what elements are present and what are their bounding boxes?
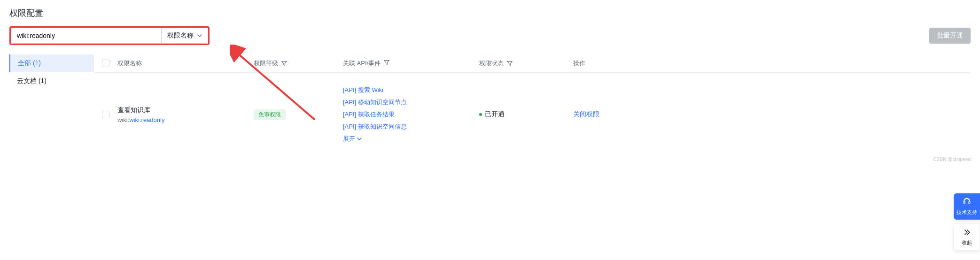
api-link[interactable]: [API] 移动知识空间节点 [343, 98, 407, 107]
select-all-checkbox[interactable] [102, 60, 109, 67]
permission-title: 查看知识库 [117, 106, 246, 115]
search-input[interactable] [11, 28, 161, 44]
filter-icon[interactable] [383, 59, 390, 66]
row-checkbox[interactable] [102, 111, 109, 118]
api-link[interactable]: [API] 获取任务结果 [343, 110, 407, 119]
table-row: 查看知识库 wiki:wiki:readonly 免审权限 [API] 搜索 W… [94, 73, 971, 156]
api-link[interactable]: [API] 获取知识空间信息 [343, 122, 407, 131]
batch-open-button[interactable]: 批量开通 [929, 28, 971, 44]
search-group: 权限名称 [9, 26, 210, 45]
expand-button[interactable]: 展开 [343, 135, 407, 143]
chevron-down-icon [357, 137, 362, 141]
page-title: 权限配置 [9, 8, 971, 19]
table-header: 权限名称 权限等级 关联 API/事件 权限状态 [94, 54, 971, 73]
permission-code: wiki:wiki:readonly [117, 116, 246, 123]
status-dot-icon [479, 113, 482, 116]
header-action: 操作 [573, 59, 971, 68]
watermark: CSDN @shopeeai [933, 157, 972, 162]
header-level: 权限等级 [254, 59, 278, 68]
permissions-table: 权限名称 权限等级 关联 API/事件 权限状态 [94, 54, 971, 156]
sidebar-item-docs[interactable]: 云文档 (1) [9, 72, 94, 90]
header-status: 权限状态 [479, 59, 504, 68]
sidebar: 全部 (1) 云文档 (1) [9, 54, 94, 156]
chevron-down-icon [197, 33, 202, 38]
api-link[interactable]: [API] 搜索 Wiki [343, 86, 407, 94]
filter-icon[interactable] [281, 60, 288, 67]
header-api: 关联 API/事件 [343, 59, 381, 68]
search-type-label: 权限名称 [167, 31, 194, 40]
search-type-select[interactable]: 权限名称 [161, 28, 208, 44]
level-badge: 免审权限 [254, 109, 286, 120]
close-permission-link[interactable]: 关闭权限 [573, 110, 599, 118]
sidebar-item-all[interactable]: 全部 (1) [9, 54, 94, 72]
status-text: 已开通 [485, 110, 505, 119]
header-name: 权限名称 [117, 59, 254, 68]
filter-icon[interactable] [506, 60, 513, 67]
